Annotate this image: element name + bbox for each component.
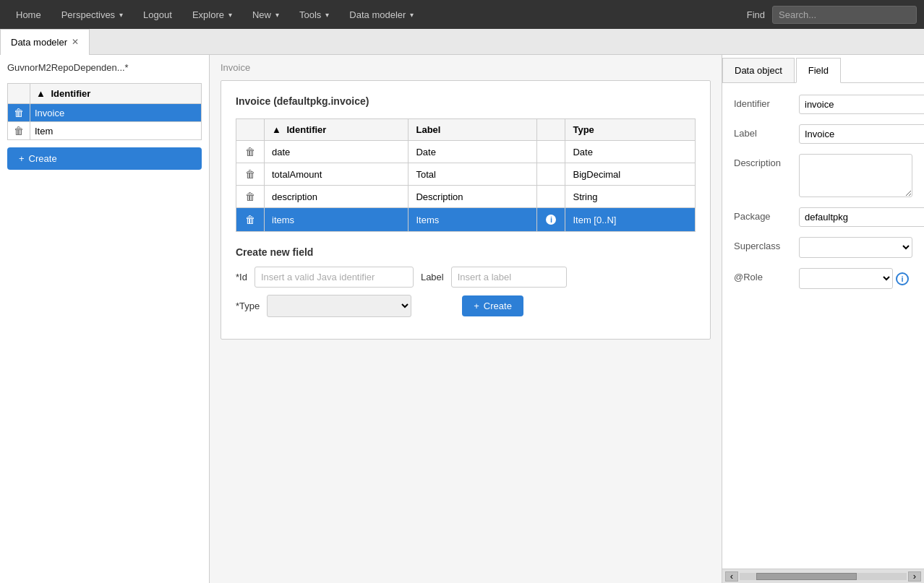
label-input[interactable] [799,124,924,144]
description-label: Description [734,154,799,168]
search-input[interactable] [772,6,917,24]
nav-tools[interactable]: Tools ▾ [291,0,338,29]
sort-asc-icon: ▲ [36,88,46,99]
right-panel: Data object Field Identifier Label Descr… [722,55,924,583]
trash-icon[interactable]: 🗑 [12,107,25,118]
new-caret-icon: ▾ [275,11,279,19]
field-identifier: date [265,141,408,163]
field-identifier: items [265,208,408,232]
package-row: Package [734,207,912,227]
object-table-action-col [8,84,30,104]
tools-caret-icon: ▾ [325,11,329,19]
trash-icon[interactable]: 🗑 [12,125,25,137]
package-input[interactable] [799,207,924,227]
top-navigation: Home Perspectives ▾ Logout Explore ▾ New… [0,0,924,29]
main-layout: GuvnorM2RepoDependen...* ▲ Identifier 🗑 … [0,55,924,583]
nav-new[interactable]: New ▾ [244,0,288,29]
object-row-identifier[interactable]: Item [30,122,202,140]
nav-explore[interactable]: Explore ▾ [184,0,241,29]
object-row-trash-cell: 🗑 [8,104,30,122]
role-row: @Role i [734,268,912,289]
field-trash-cell: 🗑 [236,141,265,163]
invoice-box: Invoice (defaultpkg.invoice) ▲ Identifie… [221,80,711,340]
description-textarea[interactable] [799,154,912,197]
field-label: Description [408,186,537,208]
label-input[interactable] [451,267,567,288]
field-label: Date [408,141,537,163]
tab-close-icon[interactable]: ✕ [72,37,79,47]
table-row[interactable]: 🗑 Item [8,122,202,140]
description-row: Description [734,154,912,197]
role-label: @Role [734,268,799,282]
create-field-row-2: *Type + Create [236,295,696,317]
info-icon[interactable]: i [544,213,557,226]
identifier-label: Identifier [734,95,799,109]
field-table-action-col [236,119,265,141]
field-info-cell [537,186,565,208]
perspectives-caret-icon: ▾ [119,11,123,19]
breadcrumb: Invoice [221,62,711,73]
object-table-identifier-col: ▲ Identifier [30,84,202,104]
id-input[interactable] [254,267,414,288]
scroll-thumb[interactable] [756,573,857,580]
field-info-cell [537,141,565,163]
id-label: *Id [236,272,247,282]
role-container: i [799,268,909,289]
create-button[interactable]: + Create [7,147,202,170]
role-help-icon[interactable]: i [896,272,909,285]
trash-icon[interactable]: 🗑 [244,191,257,202]
trash-icon[interactable]: 🗑 [244,146,257,157]
field-type: Date [565,141,696,163]
center-panel: Invoice Invoice (defaultpkg.invoice) ▲ I… [210,55,722,583]
field-type: BigDecimal [565,163,696,186]
data-modeler-caret-icon: ▾ [410,11,414,19]
field-info-cell[interactable]: i [537,208,565,232]
object-row-identifier[interactable]: Invoice [30,104,202,122]
field-trash-cell: 🗑 [236,208,265,232]
tab-data-modeler[interactable]: Data modeler ✕ [0,29,90,55]
plus-icon: + [19,153,25,164]
label-row: Label [734,124,912,144]
table-row[interactable]: 🗑 description Description String [236,186,696,208]
table-row[interactable]: 🗑 Invoice [8,104,202,122]
field-trash-cell: 🗑 [236,186,265,208]
field-table: ▲ Identifier Label Type 🗑 date [236,118,696,232]
create-field-button[interactable]: + Create [462,295,523,316]
identifier-input[interactable] [799,95,924,114]
superclass-select[interactable] [799,237,912,258]
superclass-row: Superclass [734,237,912,258]
scroll-right-button[interactable]: › [908,571,921,582]
find-label: Find [747,9,765,20]
table-row[interactable]: 🗑 totalAmount Total BigDecimal [236,163,696,186]
label-label: Label [734,124,799,139]
superclass-label: Superclass [734,237,799,251]
nav-data-modeler[interactable]: Data modeler ▾ [341,0,422,29]
left-panel-title: GuvnorM2RepoDependen...* [7,62,202,76]
scroll-track[interactable] [740,573,907,580]
field-table-label-col: Label [408,119,537,141]
field-label: Items [408,208,537,232]
label-label: Label [421,272,444,282]
type-select[interactable] [267,295,411,317]
role-select[interactable] [799,268,893,289]
chevron-left-icon: ‹ [730,571,733,582]
field-table-identifier-col: ▲ Identifier [265,119,408,141]
nav-perspectives[interactable]: Perspectives ▾ [53,0,132,29]
nav-home[interactable]: Home [7,0,50,29]
create-field-row-1: *Id Label [236,267,696,288]
tab-bar: Data modeler ✕ [0,29,924,55]
trash-icon[interactable]: 🗑 [244,214,257,225]
tab-field[interactable]: Field [796,58,841,83]
object-row-trash-cell: 🗑 [8,122,30,140]
scroll-left-button[interactable]: ‹ [725,571,738,582]
table-row[interactable]: 🗑 date Date Date [236,141,696,163]
field-identifier: totalAmount [265,163,408,186]
sort-asc-icon: ▲ [272,124,281,135]
tab-data-object[interactable]: Data object [722,58,795,82]
nav-logout[interactable]: Logout [134,0,181,29]
table-row[interactable]: 🗑 items Items i Item [0..N] [236,208,696,232]
field-identifier: description [265,186,408,208]
package-label: Package [734,207,799,222]
trash-icon[interactable]: 🗑 [244,168,257,180]
create-field-title: Create new field [236,246,696,258]
